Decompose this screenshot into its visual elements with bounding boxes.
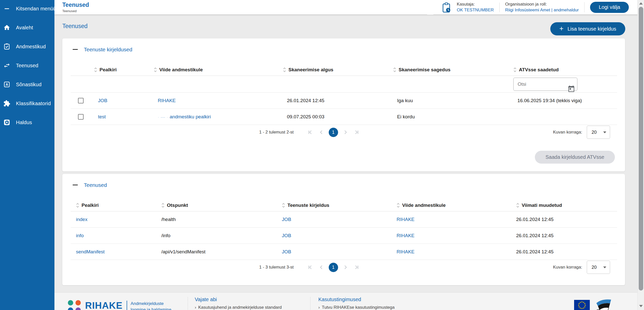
dataset-link[interactable]: RIHAKE bbox=[397, 217, 415, 222]
sort-icon bbox=[513, 67, 517, 73]
breadcrumb: Teenused bbox=[62, 9, 76, 13]
sidebar-item-klassifikaatorid[interactable]: Klassifikaatorid bbox=[0, 95, 54, 112]
column-header-viide-andmestikule[interactable]: Viide andmestikule bbox=[151, 67, 280, 73]
sort-icon bbox=[282, 203, 285, 208]
footer: RIHAKE Andmekirjelduste loomine ja halda… bbox=[54, 292, 644, 310]
column-header-pealkiri[interactable]: Pealkiri bbox=[91, 67, 151, 73]
dataset-link[interactable]: RIHAKE bbox=[397, 233, 415, 238]
service-description-link[interactable]: JOB bbox=[282, 217, 291, 222]
brand-tagline: Andmekirjelduste loomine ja haldamine bbox=[127, 301, 171, 310]
collapse-toggle-icon[interactable] bbox=[72, 47, 78, 53]
endpoint-cell: /api/v1/sendManifest bbox=[156, 249, 277, 255]
clipboard-clock-icon[interactable] bbox=[442, 2, 451, 13]
column-header-otspunkt[interactable]: Otspunkt bbox=[156, 203, 277, 208]
org-role-link[interactable]: Riigi Infosüsteemi Amet | andmehaldur bbox=[505, 8, 579, 13]
sidebar-item-collapse-menu[interactable]: Kitsendan menüü bbox=[0, 1, 54, 17]
sidebar-item-haldus[interactable]: Haldus bbox=[0, 114, 54, 130]
sidebar-item-label: Avaleht bbox=[16, 25, 33, 31]
svg-text:A: A bbox=[6, 82, 8, 86]
logout-button[interactable]: Logi välja bbox=[590, 2, 629, 13]
column-header-atvsse-saadetud[interactable]: ATVsse saadetud bbox=[510, 67, 617, 73]
sort-icon bbox=[393, 67, 396, 73]
service-link[interactable]: index bbox=[76, 217, 87, 222]
column-header-skaneerimise-sagedus[interactable]: Skaneerimise sagedus bbox=[390, 67, 510, 73]
previous-page-icon[interactable] bbox=[318, 263, 325, 271]
row-checkbox[interactable] bbox=[78, 114, 84, 120]
column-header-skaneerimise-algus[interactable]: Skaneerimise algus bbox=[280, 67, 390, 73]
scroll-up-arrow[interactable] bbox=[639, 2, 643, 5]
service-link[interactable]: sendManifest bbox=[76, 249, 105, 254]
pagination: 1 - 3 tulemust 3-st 1 Kuvan korraga: 20 bbox=[71, 260, 617, 275]
next-page-icon[interactable] bbox=[342, 128, 349, 136]
sort-icon bbox=[516, 203, 519, 208]
user-label: Kasutaja: bbox=[457, 2, 494, 7]
last-page-icon[interactable] bbox=[353, 128, 360, 136]
add-service-description-button[interactable]: + Lisa teenuse kirjeldus bbox=[550, 22, 625, 35]
sidebar-item-sonastikud[interactable]: A Sõnastikud bbox=[0, 76, 54, 93]
filter-row bbox=[71, 76, 617, 93]
calendar-icon[interactable] bbox=[568, 85, 575, 92]
row-checkbox[interactable] bbox=[78, 98, 84, 103]
service-link[interactable]: info bbox=[76, 233, 84, 238]
previous-page-icon[interactable] bbox=[318, 128, 325, 136]
table-row: index /health JOB RIHAKE 26.01.2024 12:4… bbox=[71, 211, 617, 228]
column-header-teenuste-kirjeldus[interactable]: Teenuste kirjeldus bbox=[277, 203, 391, 208]
scroll-down-arrow[interactable] bbox=[639, 305, 643, 307]
collapse-toggle-icon[interactable] bbox=[72, 182, 78, 188]
sort-icon bbox=[397, 203, 400, 208]
sort-icon bbox=[76, 203, 79, 208]
card-title: Teenuste kirjeldused bbox=[84, 47, 132, 53]
per-page-label: Kuvan korraga: bbox=[553, 265, 582, 270]
help-link[interactable]: ›Kasutusjuhend ja andmekirjelduse standa… bbox=[195, 305, 282, 310]
sidebar-item-andmestikud[interactable]: Andmestikud bbox=[0, 38, 54, 55]
scrollbar-thumb[interactable] bbox=[639, 7, 643, 291]
next-page-icon[interactable] bbox=[342, 263, 349, 271]
user-block: Kasutaja: OK TESTNUMBER bbox=[457, 2, 494, 13]
service-description-link[interactable]: test bbox=[98, 114, 106, 119]
last-page-icon[interactable] bbox=[353, 263, 360, 271]
service-description-link[interactable]: JOB bbox=[282, 233, 291, 238]
column-header-viide-andmestikule[interactable]: Viide andmestikule bbox=[391, 203, 511, 208]
header-pointer-arrow bbox=[427, 12, 434, 15]
results-summary: 1 - 3 tulemust 3-st bbox=[259, 265, 294, 270]
brand-name: RIHAKE bbox=[85, 298, 123, 310]
terms-link[interactable]: ›Tutvu RIHAKEse kasutustingimustega bbox=[318, 305, 395, 310]
page-number-button[interactable]: 1 bbox=[329, 263, 338, 272]
chevron-right-icon: › bbox=[318, 305, 320, 310]
sidebar-item-label: Teenused bbox=[16, 63, 38, 69]
dataset-link[interactable]: RIHAKE bbox=[158, 98, 176, 103]
per-page-select[interactable]: 20 bbox=[587, 261, 610, 274]
first-page-icon[interactable] bbox=[306, 128, 314, 136]
letter-a-icon: A bbox=[3, 81, 11, 88]
user-name-link[interactable]: OK TESTNUMBER bbox=[457, 8, 494, 13]
sidebar: Kitsendan menüü Avaleht Andmestikud Teen… bbox=[0, 0, 54, 310]
column-header-viimati-muudetud[interactable]: Viimati muudetud bbox=[511, 203, 617, 208]
service-description-link[interactable]: JOB bbox=[98, 98, 107, 103]
table-row: test · –– ·andmestiku pealkiri 09.07.202… bbox=[71, 109, 617, 125]
org-block: Organisatsioon ja roll: Riigi Infosüstee… bbox=[505, 2, 579, 13]
gear-icon bbox=[3, 119, 11, 126]
service-descriptions-card: Teenuste kirjeldused Pealkiri Viide andm… bbox=[62, 38, 625, 171]
dataset-link[interactable]: · –– ·andmestiku pealkiri bbox=[158, 114, 211, 119]
footer-terms-column: Kasutustingimused ›Tutvu RIHAKEse kasutu… bbox=[318, 297, 395, 310]
footer-divider bbox=[310, 297, 310, 310]
send-descriptions-atv-button[interactable]: Saada kirjeldused ATVsse bbox=[535, 151, 615, 164]
dataset-link[interactable]: RIHAKE bbox=[397, 249, 415, 254]
column-header-pealkiri[interactable]: Pealkiri bbox=[71, 203, 156, 208]
chevron-down-icon bbox=[603, 267, 606, 268]
sidebar-item-label: Andmestikud bbox=[16, 44, 46, 50]
top-header: Teenused Teenused Kasutaja: OK TESTNUMBE… bbox=[54, 0, 644, 14]
sidebar-item-avaleht[interactable]: Avaleht bbox=[0, 19, 54, 36]
first-page-icon[interactable] bbox=[306, 263, 314, 271]
services-card: Teenused Pealkiri Otspunkt Teenuste kirj… bbox=[62, 174, 625, 285]
last-modified-cell: 26.01.2024 12:45 bbox=[511, 249, 617, 255]
page-number-button[interactable]: 1 bbox=[329, 128, 338, 137]
org-label: Organisatsioon ja roll: bbox=[505, 2, 579, 7]
per-page-select[interactable]: 20 bbox=[587, 126, 610, 139]
puzzle-icon bbox=[3, 100, 11, 107]
pagination: 1 - 2 tulemust 2-st 1 Kuvan korraga: 20 bbox=[71, 125, 617, 140]
chevron-down-icon bbox=[603, 131, 606, 133]
sidebar-item-teenused[interactable]: Teenused bbox=[0, 57, 54, 74]
per-page-label: Kuvan korraga: bbox=[553, 130, 582, 135]
service-description-link[interactable]: JOB bbox=[282, 249, 291, 254]
